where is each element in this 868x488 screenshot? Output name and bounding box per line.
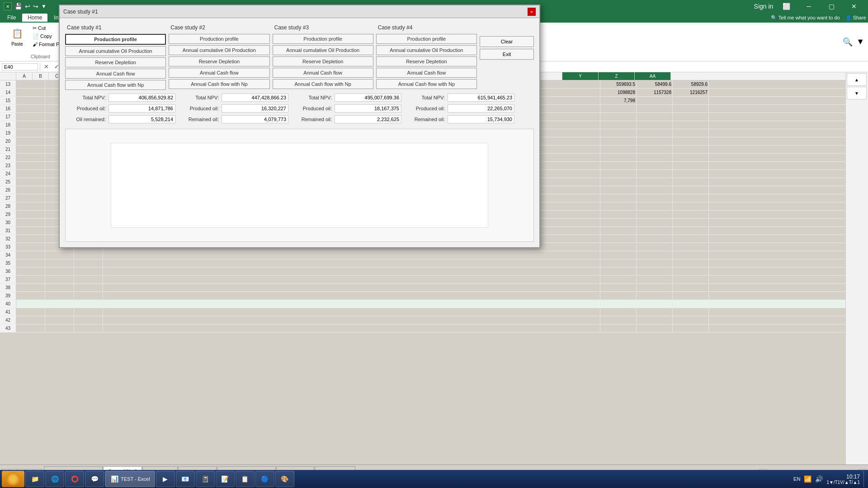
taskbar-app1[interactable]: 🔵 [255, 471, 274, 487]
cell-AA31[interactable] [673, 227, 709, 235]
cell-C37[interactable] [74, 276, 103, 283]
exit-button[interactable]: Exit [480, 49, 534, 60]
ribbon-display-button[interactable]: ⬜ [776, 0, 797, 13]
taskbar-media[interactable]: ▶ [156, 471, 175, 487]
cell-A19[interactable] [16, 129, 45, 137]
cell-C40[interactable] [74, 300, 103, 308]
case-4-btn-cumulative[interactable]: Annual cumulative Oil Production [376, 45, 477, 55]
cell-Y40[interactable] [600, 300, 637, 308]
cell-Y23[interactable] [600, 162, 637, 169]
case-3-btn-reserve-depletion[interactable]: Reserve Depletion [273, 56, 373, 66]
cell-Z39[interactable] [637, 292, 673, 300]
cell-Y35[interactable] [600, 259, 637, 267]
cell-DX38[interactable] [103, 284, 600, 291]
cell-A39[interactable] [16, 292, 45, 300]
cell-A34[interactable] [16, 251, 45, 259]
cell-Y33[interactable] [600, 243, 637, 251]
cell-A27[interactable] [16, 194, 45, 202]
cell-A20[interactable] [16, 137, 45, 145]
case-study-modal[interactable]: Case study #1 × Case study #1 Production… [59, 5, 540, 248]
tab-home[interactable]: Home [22, 14, 47, 22]
cell-AA13[interactable]: 58929.6 [673, 80, 709, 88]
case-1-remained-input[interactable] [108, 115, 175, 123]
taskbar-onenote[interactable]: 📓 [196, 471, 215, 487]
cell-AA32[interactable] [673, 235, 709, 243]
cell-AA25[interactable] [673, 178, 709, 186]
cell-Y19[interactable] [600, 129, 637, 137]
cell-Z15[interactable] [637, 97, 673, 104]
cell-B39[interactable] [45, 292, 74, 300]
cell-Z22[interactable] [637, 154, 673, 161]
cell-A14[interactable] [16, 89, 45, 96]
cell-C35[interactable] [74, 259, 103, 267]
taskbar-lync[interactable]: 💬 [85, 471, 104, 487]
cell-A13[interactable] [16, 80, 45, 88]
cell-Y24[interactable] [600, 170, 637, 178]
paste-button[interactable]: 📋 Paste [6, 24, 28, 48]
cell-B43[interactable] [45, 324, 74, 332]
col-header-Y[interactable]: Y [562, 72, 599, 80]
cell-AA20[interactable] [673, 137, 709, 145]
sort-filter-button[interactable]: ▼ [856, 37, 864, 47]
cell-AA15[interactable] [673, 97, 709, 104]
cell-DX40[interactable] [103, 300, 600, 308]
case-2-btn-cumulative[interactable]: Annual cumulative Oil Production [169, 45, 269, 55]
cell-AA19[interactable] [673, 129, 709, 137]
cell-AA38[interactable] [673, 284, 709, 291]
cell-AA36[interactable] [673, 267, 709, 275]
cancel-formula-button[interactable]: ✕ [42, 63, 51, 70]
find-button[interactable]: 🔍 [843, 37, 853, 47]
cell-AA24[interactable] [673, 170, 709, 178]
cell-AA42[interactable] [673, 316, 709, 324]
case-3-btn-cumulative[interactable]: Annual cumulative Oil Production [273, 45, 373, 55]
cell-Y20[interactable] [600, 137, 637, 145]
cell-AA34[interactable] [673, 251, 709, 259]
cell-A24[interactable] [16, 170, 45, 178]
cell-Y39[interactable] [600, 292, 637, 300]
cell-AA30[interactable] [673, 219, 709, 226]
cell-AA27[interactable] [673, 194, 709, 202]
cell-C38[interactable] [74, 284, 103, 291]
cell-Z21[interactable] [637, 145, 673, 153]
cell-Z30[interactable] [637, 219, 673, 226]
cell-B40[interactable] [45, 300, 74, 308]
taskbar-word[interactable]: 📝 [216, 471, 235, 487]
cell-C42[interactable] [74, 316, 103, 324]
cell-DX36[interactable] [103, 267, 600, 275]
maximize-button[interactable]: ▢ [821, 0, 842, 13]
case-4-npv-input[interactable] [448, 94, 514, 102]
cell-AA18[interactable] [673, 121, 709, 129]
cell-B42[interactable] [45, 316, 74, 324]
quick-access-redo[interactable]: ↪ [33, 3, 38, 10]
cell-Z29[interactable] [637, 211, 673, 218]
cell-AA40[interactable] [673, 300, 709, 308]
cell-Z23[interactable] [637, 162, 673, 169]
case-2-npv-input[interactable] [222, 94, 288, 102]
case-3-remained-input[interactable] [335, 115, 401, 123]
cell-B37[interactable] [45, 276, 74, 283]
case-4-btn-reserve-depletion[interactable]: Reserve Depletion [376, 56, 477, 66]
cell-A18[interactable] [16, 121, 45, 129]
case-1-btn-reserve-depletion[interactable]: Reserve Depletion [65, 57, 166, 67]
cell-Y28[interactable] [600, 202, 637, 210]
cell-Z20[interactable] [637, 137, 673, 145]
case-2-btn-cashflow-np[interactable]: Annual Cash flow with Np [169, 79, 269, 89]
cell-DX37[interactable] [103, 276, 600, 283]
cell-A31[interactable] [16, 227, 45, 235]
sidebar-btn-1[interactable]: ▲ [847, 73, 867, 86]
cell-Y18[interactable] [600, 121, 637, 129]
cell-Y41[interactable] [600, 308, 637, 316]
case-2-btn-annual-cashflow[interactable]: Annual Cash flow [169, 68, 269, 78]
cell-C36[interactable] [74, 267, 103, 275]
cell-Y38[interactable] [600, 284, 637, 291]
cell-Z31[interactable] [637, 227, 673, 235]
cell-AA23[interactable] [673, 162, 709, 169]
cell-AA29[interactable] [673, 211, 709, 218]
case-4-btn-production-profile[interactable]: Production profile [376, 34, 477, 44]
cell-A33[interactable] [16, 243, 45, 251]
case-2-produced-input[interactable] [222, 104, 288, 113]
cell-A41[interactable] [16, 308, 45, 316]
cell-A23[interactable] [16, 162, 45, 169]
cell-A28[interactable] [16, 202, 45, 210]
tab-file[interactable]: File [2, 14, 21, 22]
